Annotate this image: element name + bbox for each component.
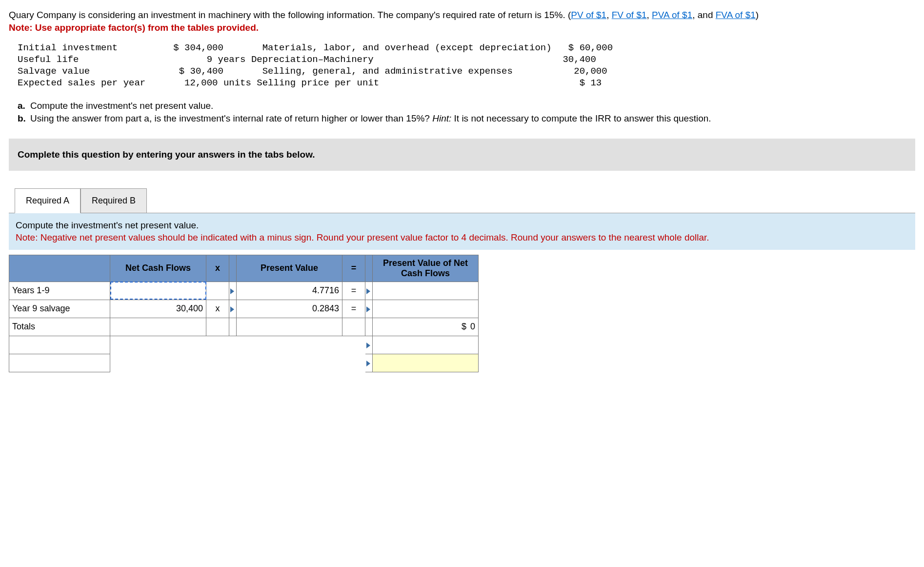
instruction-bar: Complete this question by entering your … — [9, 139, 915, 171]
input-pv-factor-years-1-9[interactable]: 4.7716 — [237, 282, 342, 300]
intro-text: Quary Company is considering an investme… — [9, 10, 571, 20]
dropdown-icon[interactable] — [230, 288, 234, 294]
row-label: Year 9 salvage — [9, 300, 110, 318]
dropdown-icon[interactable] — [366, 343, 370, 348]
input-ncf-years-1-9[interactable] — [110, 282, 206, 300]
question-list: a. Compute the investment's net present … — [18, 100, 906, 124]
table-row-blank-1 — [9, 336, 479, 354]
npv-table: Net Cash Flows x Present Value = Present… — [9, 255, 479, 372]
tab-required-b[interactable]: Required B — [80, 188, 147, 213]
output-pvn-salvage[interactable] — [373, 300, 479, 318]
note-use-factors: Note: Use appropriate factor(s) from the… — [9, 22, 259, 33]
col-x: x — [206, 255, 229, 282]
dropdown-icon[interactable] — [366, 306, 370, 312]
col-pv-net-cash-flows: Present Value of Net Cash Flows — [373, 255, 479, 282]
tab-body-required-a: Compute the investment's net present val… — [9, 213, 915, 372]
output-pvn-years-1-9[interactable] — [373, 282, 479, 300]
dropdown-icon[interactable] — [366, 288, 370, 294]
question-a-mark: a. — [18, 100, 30, 112]
table-row-year-9-salvage: Year 9 salvage 30,400 x 0.2843 = — [9, 300, 479, 318]
compute-instructions: Compute the investment's net present val… — [9, 213, 915, 250]
col-net-cash-flows: Net Cash Flows — [110, 255, 206, 282]
tab-required-a[interactable]: Required A — [15, 188, 80, 213]
pva-of-1-link[interactable]: PVA of $1 — [652, 10, 692, 20]
col-present-value: Present Value — [237, 255, 342, 282]
problem-intro: Quary Company is considering an investme… — [9, 9, 915, 34]
dropdown-icon[interactable] — [366, 361, 370, 366]
row-label: Totals — [9, 318, 110, 336]
question-a-text: Compute the investment's net present val… — [30, 100, 213, 112]
tab-bar: Required A Required B — [15, 188, 915, 213]
given-data-block: Initial investment $ 304,000 Materials, … — [18, 42, 906, 89]
row-label: Years 1-9 — [9, 282, 110, 300]
table-row-blank-2 — [9, 354, 479, 372]
col-eq: = — [342, 255, 365, 282]
fv-of-1-link[interactable]: FV of $1 — [612, 10, 647, 20]
input-ncf-salvage[interactable]: 30,400 — [110, 300, 206, 318]
question-b-mark: b. — [18, 112, 30, 125]
table-row-years-1-9: Years 1-9 4.7716 = — [9, 282, 479, 300]
input-pv-factor-salvage[interactable]: 0.2843 — [237, 300, 342, 318]
output-totals: $0 — [373, 318, 479, 336]
table-row-totals: Totals $0 — [9, 318, 479, 336]
fva-of-1-link[interactable]: FVA of $1 — [716, 10, 756, 20]
pv-of-1-link[interactable]: PV of $1 — [571, 10, 606, 20]
dropdown-icon[interactable] — [230, 306, 234, 312]
input-npv-result[interactable] — [373, 354, 479, 372]
question-b-text: Using the answer from part a, is the inv… — [30, 112, 711, 125]
